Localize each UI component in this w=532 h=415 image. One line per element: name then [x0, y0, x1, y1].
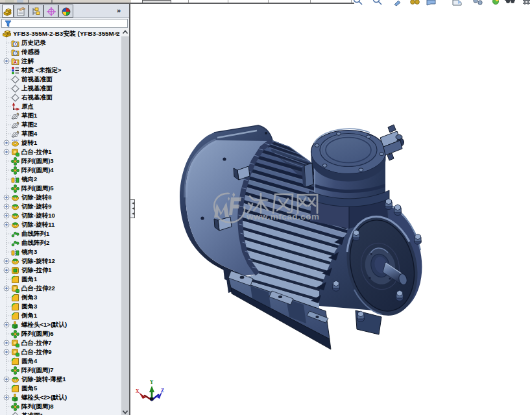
svg-text:Y: Y [150, 379, 154, 385]
svg-text:X: X [136, 388, 139, 394]
svg-text:www.mfcad.com: www.mfcad.com [246, 212, 319, 221]
svg-text:Z: Z [161, 388, 164, 394]
svg-text:A: A [14, 60, 17, 64]
